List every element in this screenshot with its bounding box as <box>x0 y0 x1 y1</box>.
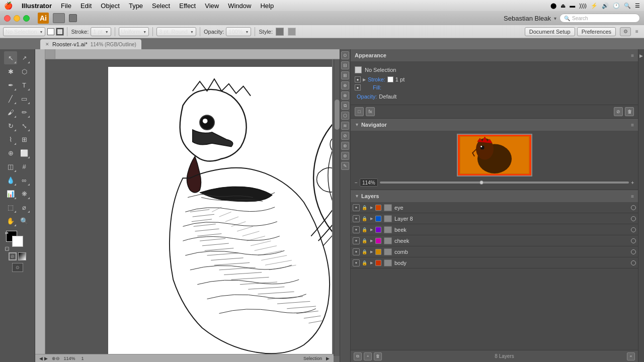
strip-button-9[interactable]: ⊘ <box>341 132 349 140</box>
layer-target-layer8[interactable] <box>631 216 636 221</box>
navigator-menu-icon[interactable]: ≡ <box>631 122 634 128</box>
blend-tool[interactable]: ∞ <box>18 173 31 187</box>
user-dropdown-arrow[interactable]: ▾ <box>554 16 556 21</box>
zoom-slider-thumb[interactable] <box>479 180 484 185</box>
rotate-tool[interactable]: ↻ <box>4 119 17 132</box>
fill-swatch[interactable] <box>47 28 54 35</box>
hand-tool[interactable]: ✋ <box>4 214 17 227</box>
layer-expand-comb[interactable]: ▶ <box>369 249 374 254</box>
layers-add[interactable]: + <box>364 352 372 360</box>
navigator-header[interactable]: ▼ Navigator ≡ <box>351 119 638 131</box>
layer-target-cheek[interactable] <box>631 238 636 243</box>
strip-button-2[interactable]: ⊟ <box>341 61 349 69</box>
fill-link[interactable]: Fill: <box>373 84 381 90</box>
navigator-zoom-slider[interactable] <box>380 182 629 184</box>
slice-tool[interactable]: ⌀ <box>18 201 31 214</box>
stroke-expand-arrow[interactable]: ▶ <box>363 77 366 82</box>
layer-target-eye[interactable] <box>631 205 636 210</box>
layer-lock-body[interactable]: 🔒 <box>361 260 367 266</box>
symbol-sprayer-tool[interactable]: ❋ <box>18 187 31 200</box>
appearance-new-style[interactable]: □ <box>355 107 364 116</box>
layer-expand-layer8[interactable]: ▶ <box>369 216 374 221</box>
menu-type[interactable]: Type <box>125 1 147 11</box>
paintbrush-tool[interactable]: 🖌 <box>4 106 17 119</box>
status-nav-icon[interactable]: ▶ <box>326 356 330 361</box>
free-transform-tool[interactable]: ⊞ <box>18 133 31 146</box>
appearance-panel-header[interactable]: Appearance ≡ <box>351 49 638 61</box>
options-expand[interactable]: ≡ <box>633 28 641 36</box>
magic-wand-tool[interactable]: ✱ <box>4 65 17 78</box>
style-swatch-2[interactable] <box>288 28 296 36</box>
layer-expand-body[interactable]: ▶ <box>369 260 374 265</box>
navigator-zoom-input[interactable] <box>360 178 378 187</box>
layer-expand-eye[interactable]: ▶ <box>369 205 374 210</box>
strip-button-4[interactable]: ⊕ <box>341 81 349 89</box>
strip-button-8[interactable]: ≋ <box>341 122 349 130</box>
rect-tool[interactable]: ▭ <box>18 92 31 105</box>
selection-dropdown[interactable]: No Selection <box>3 27 45 36</box>
layer-visibility-comb[interactable]: ● <box>353 248 360 255</box>
lasso-tool[interactable]: ⬡ <box>18 65 31 78</box>
stroke-color-swatch[interactable] <box>387 76 393 82</box>
style-swatch[interactable] <box>276 28 284 36</box>
layer-expand-cheek[interactable]: ▶ <box>369 238 374 243</box>
direct-select-tool[interactable]: ↗ <box>18 51 31 64</box>
appearance-fx[interactable]: fx <box>366 107 375 116</box>
menu-window[interactable]: Window <box>224 1 255 11</box>
layer-target-beek[interactable] <box>631 227 636 232</box>
navigator-zoom-in[interactable]: + <box>631 180 634 186</box>
menu-effect[interactable]: Effect <box>175 1 200 11</box>
stroke-visibility-toggle[interactable]: ● <box>355 76 361 82</box>
appearance-clear[interactable]: ⊘ <box>614 107 623 116</box>
type-tool[interactable]: T <box>18 78 31 92</box>
eyedropper-tool[interactable]: 💧 <box>4 173 17 187</box>
menu-view[interactable]: View <box>201 1 223 11</box>
brush-type-dropdown[interactable]: Uniform <box>119 27 149 36</box>
panel-collapse-button[interactable]: ▶ <box>638 49 644 362</box>
stroke-link[interactable]: Stroke: <box>368 76 385 82</box>
opacity-link[interactable]: Opacity: <box>357 94 377 100</box>
apple-menu[interactable]: 🍎 <box>4 2 13 10</box>
layer-expand-beek[interactable]: ▶ <box>369 227 374 232</box>
volume-icon[interactable]: 🔊 <box>602 3 609 9</box>
scale-tool[interactable]: ⤡ <box>18 119 31 132</box>
layer-row-comb[interactable]: ● 🔒 ▶ comb <box>351 246 638 257</box>
gradient-fill-icon[interactable] <box>18 252 26 260</box>
options-more[interactable]: ⚙ <box>620 27 631 36</box>
layers-make-clipping[interactable]: ⧉ <box>354 352 362 360</box>
strip-button-10[interactable]: ⊛ <box>341 142 349 150</box>
scrollbar-vertical[interactable] <box>334 59 340 356</box>
strip-button-1[interactable]: ⊙ <box>341 51 349 59</box>
layer-target-comb[interactable] <box>631 249 636 254</box>
search-bar[interactable]: 🔍 Search <box>559 14 640 23</box>
line-tool[interactable]: ╱ <box>4 92 17 105</box>
layer-row-beek[interactable]: ● 🔒 ▶ beek <box>351 224 638 235</box>
stroke-weight-dropdown[interactable]: 1 pt <box>91 27 111 36</box>
opacity-dropdown[interactable]: 100% <box>226 27 251 36</box>
strip-edit-button[interactable]: ✎ <box>341 162 349 170</box>
scrollbar-vertical-thumb[interactable] <box>335 100 340 130</box>
layers-collapse[interactable]: « <box>627 352 635 360</box>
mesh-tool[interactable]: # <box>18 160 31 173</box>
doc-setup-button[interactable]: Document Setup <box>525 27 575 36</box>
swap-colors-icon[interactable]: ⇄ <box>5 231 10 236</box>
search-icon[interactable]: 🔍 <box>624 3 631 9</box>
pen-tool[interactable]: ✒ <box>4 78 17 92</box>
gradient-tool[interactable]: ◫ <box>4 160 17 173</box>
layer-row-body[interactable]: ● 🔒 ▶ body <box>351 257 638 268</box>
layer-lock-eye[interactable]: 🔒 <box>361 205 367 211</box>
layer-row-layer8[interactable]: ● 🔒 ▶ Layer 8 <box>351 213 638 224</box>
stroke-swatch-options[interactable] <box>56 28 63 35</box>
strip-button-5[interactable]: ⊗ <box>341 92 349 100</box>
layer-lock-beek[interactable]: 🔒 <box>361 227 367 233</box>
column-graph-tool[interactable]: 📊 <box>4 187 17 200</box>
preferences-button[interactable]: Preferences <box>577 27 616 36</box>
layer-visibility-layer8[interactable]: ● <box>353 215 360 222</box>
profile-dropdown[interactable]: 3 pt. Round <box>156 27 196 36</box>
layers-menu-icon[interactable]: ≡ <box>631 194 634 199</box>
menu-help[interactable]: Help <box>256 1 278 11</box>
background-color[interactable] <box>12 236 23 247</box>
layer-visibility-eye[interactable]: ● <box>353 204 360 211</box>
perspective-tool[interactable]: ⬜ <box>18 146 31 159</box>
appearance-delete[interactable]: 🗑 <box>625 107 634 116</box>
